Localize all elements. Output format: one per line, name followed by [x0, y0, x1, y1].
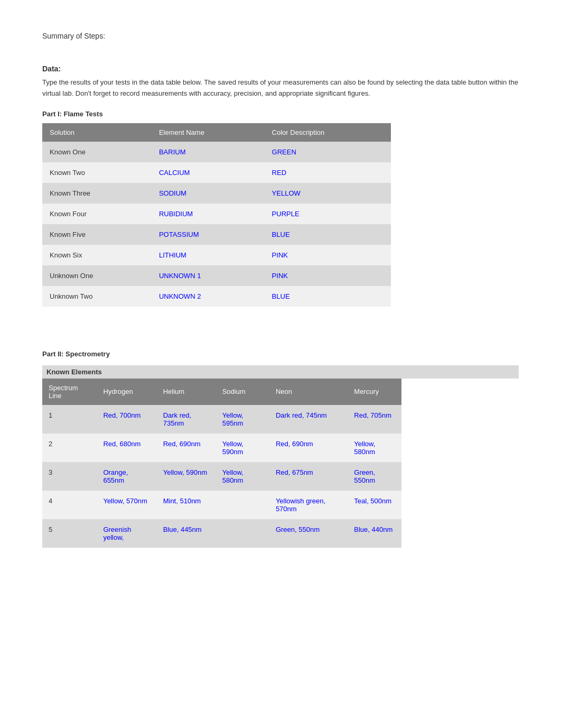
spec-mercury: Yellow, 580nm: [348, 434, 401, 462]
spec-line: 1: [42, 405, 97, 434]
flame-color: PINK: [265, 265, 391, 286]
spec-line: 4: [42, 491, 97, 519]
spec-col-mercury: Mercury: [348, 379, 401, 405]
flame-element: LITHIUM: [152, 245, 265, 265]
flame-col-color: Color Description: [265, 123, 391, 142]
part2-title: Part II: Spectrometry: [42, 350, 519, 358]
spec-sodium: Yellow, 590nm: [216, 434, 269, 462]
flame-element: BARIUM: [152, 142, 265, 162]
flame-solution: Known Six: [42, 245, 152, 265]
flame-solution: Known Two: [42, 162, 152, 183]
spec-mercury: Red, 705nm: [348, 405, 401, 434]
summary-title: Summary of Steps:: [42, 32, 519, 40]
flame-color: PURPLE: [265, 204, 391, 224]
spec-helium: Dark red, 735nm: [157, 405, 216, 434]
flame-solution: Unknown Two: [42, 286, 152, 307]
flame-color: GREEN: [265, 142, 391, 162]
flame-element: SODIUM: [152, 183, 265, 204]
spec-sodium: Yellow, 580nm: [216, 462, 269, 491]
flame-col-solution: Solution: [42, 123, 152, 142]
flame-element: UNKNOWN 2: [152, 286, 265, 307]
spec-hydrogen: Red, 700nm: [97, 405, 156, 434]
flame-element: UNKNOWN 1: [152, 265, 265, 286]
spec-hydrogen: Greenish yellow,: [97, 519, 156, 548]
spectrometry-table: Spectrum LineHydrogenHeliumSodiumNeonMer…: [42, 379, 401, 548]
data-label: Data:: [42, 64, 519, 73]
spec-neon: Yellowish green, 570nm: [269, 491, 348, 519]
spec-col-sodium: Sodium: [216, 379, 269, 405]
spec-mercury: Teal, 500nm: [348, 491, 401, 519]
flame-element: RUBIDIUM: [152, 204, 265, 224]
flame-solution: Known Three: [42, 183, 152, 204]
spec-line: 2: [42, 434, 97, 462]
spec-hydrogen: Orange, 655nm: [97, 462, 156, 491]
spec-sodium: [216, 491, 269, 519]
spec-neon: Red, 675nm: [269, 462, 348, 491]
flame-element: POTASSIUM: [152, 224, 265, 245]
flame-solution: Known Four: [42, 204, 152, 224]
spec-sodium: Yellow, 595nm: [216, 405, 269, 434]
spec-mercury: Green, 550nm: [348, 462, 401, 491]
flame-solution: Known One: [42, 142, 152, 162]
known-elements-label: Known Elements: [42, 365, 519, 379]
flame-element: CALCIUM: [152, 162, 265, 183]
spec-helium: Mint, 510nm: [157, 491, 216, 519]
spec-col-helium: Helium: [157, 379, 216, 405]
spec-helium: Blue, 445nm: [157, 519, 216, 548]
spec-col-neon: Neon: [269, 379, 348, 405]
spec-hydrogen: Yellow, 570nm: [97, 491, 156, 519]
flame-color: BLUE: [265, 286, 391, 307]
data-description: Type the results of your tests in the da…: [42, 77, 519, 99]
flame-color: PINK: [265, 245, 391, 265]
spec-hydrogen: Red, 680nm: [97, 434, 156, 462]
spec-mercury: Blue, 440nm: [348, 519, 401, 548]
flame-solution: Unknown One: [42, 265, 152, 286]
flame-col-element: Element Name: [152, 123, 265, 142]
spec-col-spectrum line: Spectrum Line: [42, 379, 97, 405]
spec-neon: Dark red, 745nm: [269, 405, 348, 434]
spec-line: 5: [42, 519, 97, 548]
spec-sodium: [216, 519, 269, 548]
flame-test-table: Solution Element Name Color Description …: [42, 123, 391, 307]
spec-helium: Red, 690nm: [157, 434, 216, 462]
spec-col-hydrogen: Hydrogen: [97, 379, 156, 405]
part1-title: Part I: Flame Tests: [42, 110, 519, 118]
spec-helium: Yellow, 590nm: [157, 462, 216, 491]
flame-color: YELLOW: [265, 183, 391, 204]
flame-color: RED: [265, 162, 391, 183]
spec-neon: Green, 550nm: [269, 519, 348, 548]
spec-neon: Red, 690nm: [269, 434, 348, 462]
flame-color: BLUE: [265, 224, 391, 245]
flame-solution: Known Five: [42, 224, 152, 245]
spec-line: 3: [42, 462, 97, 491]
